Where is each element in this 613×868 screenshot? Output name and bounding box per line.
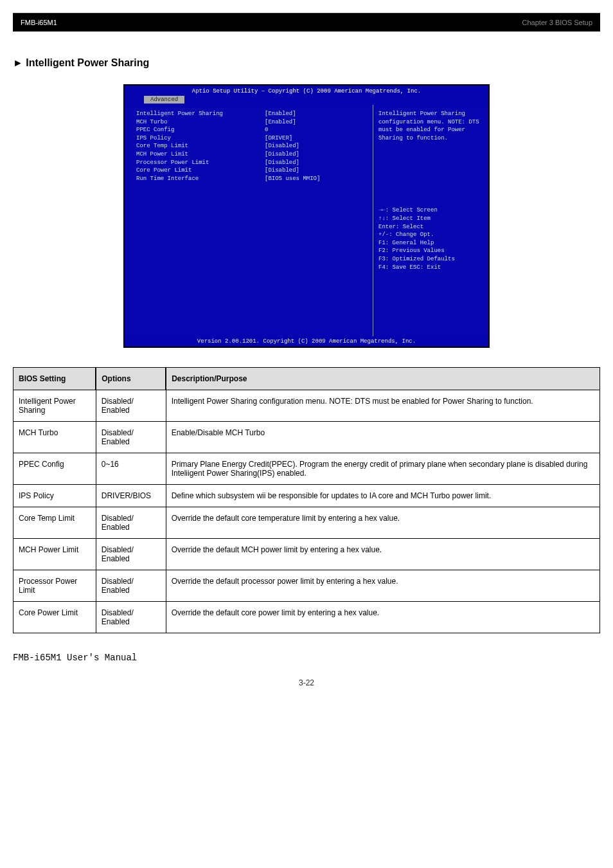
- table-row: IPS Policy DRIVER/BIOS Define which subs…: [13, 485, 600, 507]
- table-row: MCH Power Limit Disabled/ Enabled Overri…: [13, 539, 600, 570]
- section-title: ► Intelligent Power Sharing: [13, 57, 600, 69]
- bios-row: PPEC Config0: [136, 126, 366, 134]
- bios-footer: Version 2.00.1201. Copyright (C) 2009 Am…: [125, 336, 488, 347]
- bios-row: MCH Power Limit[Disabled]: [136, 150, 366, 159]
- bios-row: Core Power Limit[Disabled]: [136, 167, 366, 175]
- table-row: Core Power Limit Disabled/ Enabled Overr…: [13, 602, 600, 633]
- table-row: Intelligent Power Sharing Disabled/ Enab…: [13, 390, 600, 422]
- settings-table: BIOS Setting Options Description/Purpose…: [13, 367, 600, 633]
- bios-row: Processor Power Limit[Disabled]: [136, 159, 366, 167]
- bios-key-line: Enter: Select: [378, 223, 483, 231]
- header-chapter: Chapter 3 BIOS Setup: [522, 19, 592, 26]
- bios-tab-advanced: Advanced: [144, 96, 184, 104]
- breadcrumb-manual: FMB-i65M1 User's Manual: [13, 653, 600, 663]
- table-row: MCH Turbo Disabled/ Enabled Enable/Disab…: [13, 422, 600, 453]
- table-header-description: Description/Purpose: [166, 368, 600, 390]
- table-header-row: BIOS Setting Options Description/Purpose: [13, 368, 600, 390]
- header-product: FMB-i65M1: [21, 19, 57, 26]
- bios-row: Core Temp Limit[Disabled]: [136, 142, 366, 150]
- bios-tabs: Advanced: [125, 96, 488, 104]
- bios-row: IPS Policy[DRIVER]: [136, 134, 366, 143]
- bios-key-line: →←: Select Screen: [378, 206, 483, 215]
- bios-help-text: Intelligent Power Sharing configuration …: [378, 110, 483, 142]
- table-row: Core Temp Limit Disabled/ Enabled Overri…: [13, 507, 600, 539]
- table-row: PPEC Config 0~16 Primary Plane Energy Cr…: [13, 453, 600, 485]
- bios-settings-list: Intelligent Power Sharing[Enabled] MCH T…: [125, 105, 373, 336]
- bios-body: Intelligent Power Sharing[Enabled] MCH T…: [125, 105, 488, 336]
- bios-key-line: F3: Optimized Defaults: [378, 255, 483, 264]
- bios-key-line: F4: Save ESC: Exit: [378, 264, 483, 272]
- bios-key-line: F1: General Help: [378, 239, 483, 248]
- bios-screenshot: Aptio Setup Utility – Copyright (C) 2009…: [123, 84, 490, 348]
- bios-row: Run Time Interface[BIOS uses MMIO]: [136, 175, 366, 183]
- bios-key-hints: →←: Select Screen ↑↓: Select Item Enter:…: [378, 206, 483, 271]
- bios-key-line: ↑↓: Select Item: [378, 215, 483, 223]
- bios-key-line: +/-: Change Opt.: [378, 231, 483, 239]
- bios-help-panel: Intelligent Power Sharing configuration …: [373, 105, 488, 336]
- table-header-setting: BIOS Setting: [13, 368, 96, 390]
- table-row: Processor Power Limit Disabled/ Enabled …: [13, 570, 600, 602]
- page-number: 3-22: [13, 678, 600, 687]
- page-header: FMB-i65M1 Chapter 3 BIOS Setup: [13, 13, 600, 32]
- bios-title-text: Aptio Setup Utility – Copyright (C) 2009…: [125, 87, 488, 96]
- table-header-options: Options: [96, 368, 166, 390]
- bios-row: Intelligent Power Sharing[Enabled]: [136, 110, 366, 118]
- bios-row: MCH Turbo[Enabled]: [136, 118, 366, 127]
- bios-key-line: F2: Previous Values: [378, 247, 483, 255]
- bios-titlebar: Aptio Setup Utility – Copyright (C) 2009…: [125, 86, 488, 105]
